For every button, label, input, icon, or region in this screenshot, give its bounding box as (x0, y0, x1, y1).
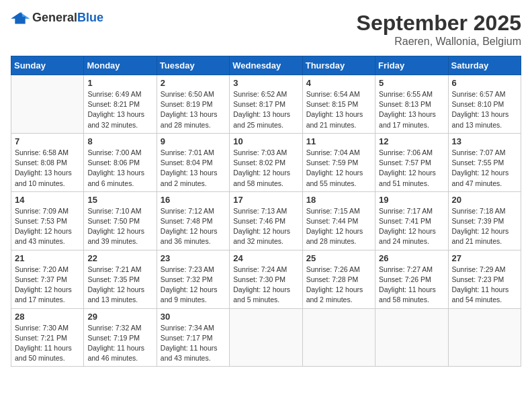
day-number: 4 (306, 78, 371, 88)
day-info: Sunrise: 7:12 AMSunset: 7:48 PMDaylight:… (161, 206, 226, 247)
day-number: 30 (161, 312, 226, 322)
day-number: 22 (87, 253, 152, 263)
month-title: September 2025 (357, 11, 521, 36)
day-cell: 27Sunrise: 7:29 AMSunset: 7:23 PMDayligh… (448, 250, 521, 308)
day-number: 15 (87, 195, 152, 205)
header: GeneralBlue September 2025 Raeren, Wallo… (11, 11, 521, 48)
day-cell (448, 308, 521, 367)
day-number: 5 (379, 78, 444, 88)
week-row-1: 1Sunrise: 6:49 AMSunset: 8:21 PMDaylight… (11, 75, 521, 134)
day-info: Sunrise: 7:30 AMSunset: 7:21 PMDaylight:… (15, 323, 80, 364)
day-cell: 16Sunrise: 7:12 AMSunset: 7:48 PMDayligh… (157, 191, 229, 250)
day-number: 23 (161, 253, 226, 263)
day-cell: 4Sunrise: 6:54 AMSunset: 8:15 PMDaylight… (302, 75, 375, 134)
day-cell: 8Sunrise: 7:00 AMSunset: 8:06 PMDaylight… (84, 133, 157, 191)
day-number: 29 (87, 312, 152, 322)
week-row-2: 7Sunrise: 6:58 AMSunset: 8:08 PMDaylight… (11, 133, 521, 191)
day-cell: 7Sunrise: 6:58 AMSunset: 8:08 PMDaylight… (11, 133, 84, 191)
day-info: Sunrise: 7:34 AMSunset: 7:17 PMDaylight:… (161, 323, 226, 364)
logo-general: General (32, 11, 77, 24)
day-info: Sunrise: 7:21 AMSunset: 7:35 PMDaylight:… (87, 265, 152, 306)
weekday-header-sunday: Sunday (11, 56, 84, 75)
day-number: 9 (161, 136, 226, 146)
day-cell (230, 308, 302, 367)
day-info: Sunrise: 7:01 AMSunset: 8:04 PMDaylight:… (161, 148, 226, 189)
day-cell: 23Sunrise: 7:23 AMSunset: 7:32 PMDayligh… (157, 250, 229, 308)
day-cell: 10Sunrise: 7:03 AMSunset: 8:02 PMDayligh… (230, 133, 302, 191)
day-info: Sunrise: 7:29 AMSunset: 7:23 PMDaylight:… (452, 265, 517, 306)
day-cell: 17Sunrise: 7:13 AMSunset: 7:46 PMDayligh… (230, 191, 302, 250)
day-info: Sunrise: 6:57 AMSunset: 8:10 PMDaylight:… (452, 89, 517, 130)
day-cell: 25Sunrise: 7:26 AMSunset: 7:28 PMDayligh… (302, 250, 375, 308)
day-number: 20 (452, 195, 517, 205)
day-number: 1 (87, 78, 152, 88)
day-info: Sunrise: 6:54 AMSunset: 8:15 PMDaylight:… (306, 89, 371, 130)
day-info: Sunrise: 7:24 AMSunset: 7:30 PMDaylight:… (233, 265, 298, 306)
day-cell (375, 308, 448, 367)
day-number: 7 (15, 136, 80, 146)
day-cell: 18Sunrise: 7:15 AMSunset: 7:44 PMDayligh… (302, 191, 375, 250)
day-number: 3 (233, 78, 298, 88)
day-info: Sunrise: 7:06 AMSunset: 7:57 PMDaylight:… (379, 148, 444, 189)
day-cell: 11Sunrise: 7:04 AMSunset: 7:59 PMDayligh… (302, 133, 375, 191)
day-cell: 9Sunrise: 7:01 AMSunset: 8:04 PMDaylight… (157, 133, 229, 191)
logo-text: GeneralBlue (32, 11, 103, 25)
day-cell: 1Sunrise: 6:49 AMSunset: 8:21 PMDaylight… (84, 75, 157, 134)
weekday-header-wednesday: Wednesday (230, 56, 302, 75)
day-cell: 6Sunrise: 6:57 AMSunset: 8:10 PMDaylight… (448, 75, 521, 134)
day-number: 26 (379, 253, 444, 263)
day-cell (11, 75, 84, 134)
day-cell: 2Sunrise: 6:50 AMSunset: 8:19 PMDaylight… (157, 75, 229, 134)
title-area: September 2025 Raeren, Wallonia, Belgium (357, 11, 521, 48)
day-info: Sunrise: 7:20 AMSunset: 7:37 PMDaylight:… (15, 265, 80, 306)
day-info: Sunrise: 7:10 AMSunset: 7:50 PMDaylight:… (87, 206, 152, 247)
day-info: Sunrise: 7:18 AMSunset: 7:39 PMDaylight:… (452, 206, 517, 247)
day-cell: 29Sunrise: 7:32 AMSunset: 7:19 PMDayligh… (84, 308, 157, 367)
weekday-header-monday: Monday (84, 56, 157, 75)
day-info: Sunrise: 6:49 AMSunset: 8:21 PMDaylight:… (87, 89, 152, 130)
day-number: 28 (15, 312, 80, 322)
day-number: 18 (306, 195, 371, 205)
day-info: Sunrise: 6:55 AMSunset: 8:13 PMDaylight:… (379, 89, 444, 130)
day-number: 12 (379, 136, 444, 146)
day-number: 17 (233, 195, 298, 205)
day-number: 8 (87, 136, 152, 146)
day-info: Sunrise: 7:15 AMSunset: 7:44 PMDaylight:… (306, 206, 371, 247)
weekday-header-saturday: Saturday (448, 56, 521, 75)
day-cell: 21Sunrise: 7:20 AMSunset: 7:37 PMDayligh… (11, 250, 84, 308)
day-cell: 12Sunrise: 7:06 AMSunset: 7:57 PMDayligh… (375, 133, 448, 191)
weekday-header-friday: Friday (375, 56, 448, 75)
weekday-header-tuesday: Tuesday (157, 56, 229, 75)
day-info: Sunrise: 7:26 AMSunset: 7:28 PMDaylight:… (306, 265, 371, 306)
weekday-header-thursday: Thursday (302, 56, 375, 75)
day-cell: 28Sunrise: 7:30 AMSunset: 7:21 PMDayligh… (11, 308, 84, 367)
day-info: Sunrise: 7:13 AMSunset: 7:46 PMDaylight:… (233, 206, 298, 247)
day-number: 19 (379, 195, 444, 205)
day-cell: 24Sunrise: 7:24 AMSunset: 7:30 PMDayligh… (230, 250, 302, 308)
day-info: Sunrise: 7:17 AMSunset: 7:41 PMDaylight:… (379, 206, 444, 247)
day-number: 11 (306, 136, 371, 146)
day-cell: 3Sunrise: 6:52 AMSunset: 8:17 PMDaylight… (230, 75, 302, 134)
day-cell: 5Sunrise: 6:55 AMSunset: 8:13 PMDaylight… (375, 75, 448, 134)
logo-blue: Blue (77, 11, 103, 24)
day-cell: 26Sunrise: 7:27 AMSunset: 7:26 PMDayligh… (375, 250, 448, 308)
day-info: Sunrise: 6:52 AMSunset: 8:17 PMDaylight:… (233, 89, 298, 130)
location-title: Raeren, Wallonia, Belgium (357, 36, 521, 48)
day-number: 25 (306, 253, 371, 263)
day-info: Sunrise: 7:23 AMSunset: 7:32 PMDaylight:… (161, 265, 226, 306)
logo-icon (11, 11, 30, 25)
day-cell: 19Sunrise: 7:17 AMSunset: 7:41 PMDayligh… (375, 191, 448, 250)
day-cell: 15Sunrise: 7:10 AMSunset: 7:50 PMDayligh… (84, 191, 157, 250)
day-number: 21 (15, 253, 80, 263)
weekday-header-row: SundayMondayTuesdayWednesdayThursdayFrid… (11, 56, 521, 75)
day-cell (302, 308, 375, 367)
day-number: 10 (233, 136, 298, 146)
day-number: 13 (452, 136, 517, 146)
day-number: 27 (452, 253, 517, 263)
day-info: Sunrise: 7:09 AMSunset: 7:53 PMDaylight:… (15, 206, 80, 247)
week-row-3: 14Sunrise: 7:09 AMSunset: 7:53 PMDayligh… (11, 191, 521, 250)
week-row-4: 21Sunrise: 7:20 AMSunset: 7:37 PMDayligh… (11, 250, 521, 308)
day-info: Sunrise: 7:00 AMSunset: 8:06 PMDaylight:… (87, 148, 152, 189)
day-info: Sunrise: 7:27 AMSunset: 7:26 PMDaylight:… (379, 265, 444, 306)
week-row-5: 28Sunrise: 7:30 AMSunset: 7:21 PMDayligh… (11, 308, 521, 367)
